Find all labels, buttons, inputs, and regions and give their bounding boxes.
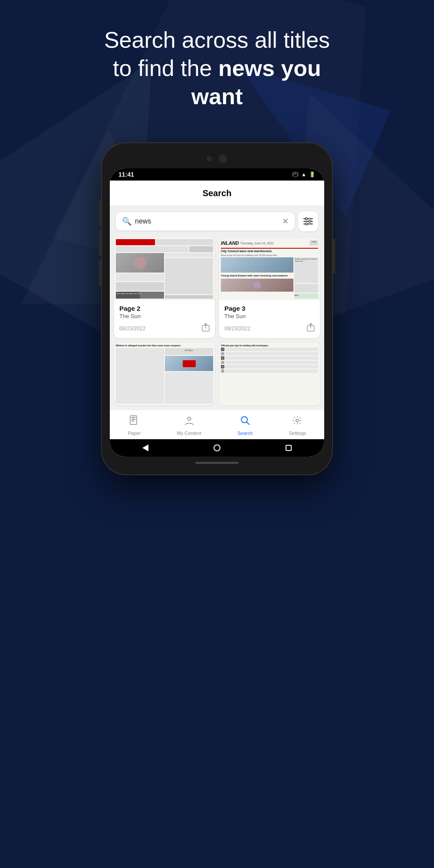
result-card-4[interactable]: Officials give tips for dealing with mon…	[219, 342, 320, 405]
camera-dot	[207, 156, 212, 161]
settings-icon	[292, 415, 302, 429]
card-info-1: Page 2 The Sun 06/23/2022	[114, 300, 215, 338]
back-button[interactable]	[141, 444, 150, 452]
svg-point-15	[188, 418, 190, 420]
android-nav-bar	[110, 439, 324, 457]
nav-settings-label: Settings	[289, 431, 306, 436]
svg-rect-11	[132, 417, 135, 418]
bottom-navigation: Paper My Content	[110, 410, 324, 439]
battery-icon: 🔋	[309, 171, 316, 178]
phone-top-bar	[110, 151, 324, 168]
card-footer-1: 06/23/2022	[119, 323, 210, 334]
svg-point-4	[309, 220, 311, 223]
svg-line-17	[247, 422, 249, 424]
home-button[interactable]	[213, 444, 221, 452]
phone-screen: 11:41 📳 ▲ 🔋 Search 🔍 news ✕	[110, 168, 324, 457]
home-pill[interactable]	[195, 462, 239, 464]
nav-search[interactable]: Search	[230, 414, 260, 437]
wifi-icon: ▲	[301, 171, 306, 178]
result-card-2[interactable]: INLAND Thursday, June 23, 2022 1888 City…	[219, 237, 320, 338]
search-nav-icon	[240, 415, 250, 429]
card-pub-name-2: The Sun	[224, 313, 315, 319]
share-button-1[interactable]	[202, 323, 210, 334]
search-clear-button[interactable]: ✕	[282, 217, 289, 226]
filter-icon	[303, 217, 313, 225]
card-page-title-1: Page 2	[119, 305, 210, 312]
card-image-3: Widow in alleged murder-for-hire case su…	[114, 342, 215, 405]
hero-section: Search across all titlesto find the news…	[0, 26, 434, 111]
search-input[interactable]: news	[135, 217, 279, 225]
nav-my-content-label: My Content	[177, 431, 201, 436]
card-date-2: 06/23/2022	[224, 326, 250, 332]
phone-shell: 11:41 📳 ▲ 🔋 Search 🔍 news ✕	[102, 143, 332, 474]
svg-rect-13	[132, 421, 134, 421]
results-grid: BUY ONE GET ONE 50% OFF	[110, 237, 324, 410]
result-card-3[interactable]: Widow in alleged murder-for-hire case su…	[114, 342, 215, 405]
phone-home-area	[110, 457, 324, 467]
paper-icon	[129, 415, 139, 429]
card-pub-name-1: The Sun	[119, 313, 210, 319]
result-card-1[interactable]: BUY ONE GET ONE 50% OFF	[114, 237, 215, 338]
card-image-1: BUY ONE GET ONE 50% OFF	[114, 237, 215, 300]
svg-rect-12	[132, 419, 135, 420]
text-heavy-page: Widow in alleged murder-for-hire case su…	[114, 342, 215, 405]
nav-paper[interactable]: Paper	[121, 414, 148, 437]
svg-point-18	[296, 419, 299, 422]
newspaper-page2: BUY ONE GET ONE 50% OFF	[114, 237, 215, 300]
card-image-2: INLAND Thursday, June 23, 2022 1888 City…	[219, 237, 320, 300]
app-content: 🔍 news ✕	[110, 205, 324, 410]
nav-search-label: Search	[237, 431, 253, 436]
card-page-title-2: Page 3	[224, 305, 315, 312]
card-image-4: Officials give tips for dealing with mon…	[219, 342, 320, 405]
status-icons: 📳 ▲ 🔋	[292, 171, 316, 178]
card-info-2: Page 3 The Sun 06/23/2022	[219, 300, 320, 338]
back-arrow-icon	[142, 444, 148, 451]
phone-mockup: 11:41 📳 ▲ 🔋 Search 🔍 news ✕	[102, 143, 332, 474]
app-header: Search	[110, 181, 324, 205]
inland-header: INLAND Thursday, June 23, 2022 1888	[221, 239, 318, 247]
vibrate-icon: 📳	[292, 171, 299, 178]
share-button-2[interactable]	[307, 323, 315, 334]
filter-button[interactable]	[298, 211, 318, 231]
search-icon: 🔍	[122, 217, 132, 226]
app-title: Search	[203, 188, 232, 198]
my-content-icon	[184, 415, 194, 429]
status-bar: 11:41 📳 ▲ 🔋	[110, 168, 324, 181]
inland-page3: INLAND Thursday, June 23, 2022 1888 City…	[219, 237, 320, 300]
search-area: 🔍 news ✕	[110, 205, 324, 237]
speaker-dot	[219, 155, 227, 163]
svg-point-5	[306, 223, 308, 225]
nav-my-content[interactable]: My Content	[170, 414, 208, 437]
card-date-1: 06/23/2022	[119, 326, 145, 332]
recents-button[interactable]	[284, 444, 293, 452]
card-footer-2: 06/23/2022	[224, 323, 315, 334]
recents-square-icon	[286, 445, 292, 451]
nav-paper-label: Paper	[128, 431, 141, 436]
status-time: 11:41	[118, 171, 134, 178]
home-circle-icon	[214, 444, 220, 451]
svg-point-3	[306, 218, 308, 220]
search-input-wrap[interactable]: 🔍 news ✕	[116, 212, 295, 230]
np-header-bar	[116, 239, 213, 245]
hero-title: Search across all titlesto find the news…	[26, 26, 408, 111]
nav-settings[interactable]: Settings	[282, 414, 313, 437]
monkey-page: Officials give tips for dealing with mon…	[219, 342, 320, 405]
